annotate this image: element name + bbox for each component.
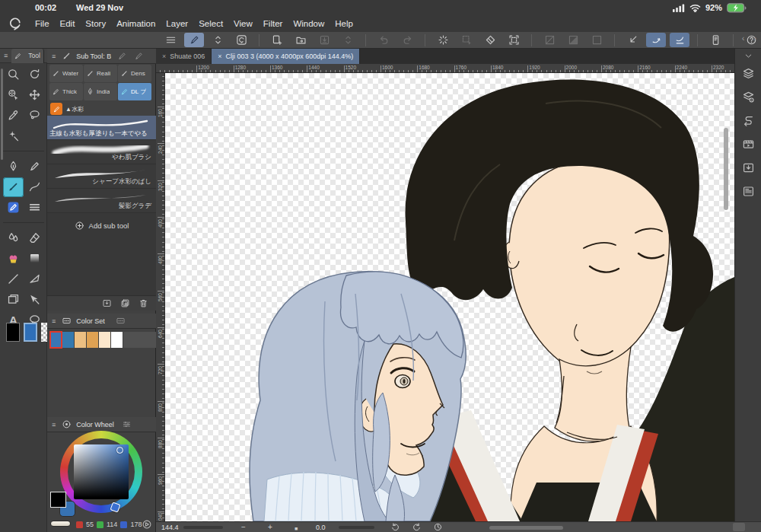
clip-studio-logo-icon[interactable] xyxy=(9,18,22,30)
reset-view-icon[interactable] xyxy=(433,522,443,532)
pen-tab-icon[interactable] xyxy=(117,51,127,61)
menu-help[interactable]: Help xyxy=(335,19,353,28)
menu-layer[interactable]: Layer xyxy=(166,19,188,28)
rotate-left-icon[interactable] xyxy=(390,522,400,532)
import-palette-icon[interactable] xyxy=(742,161,755,174)
selection-border-button[interactable] xyxy=(587,33,607,47)
rotate-right-icon[interactable] xyxy=(412,522,422,532)
canvas[interactable] xyxy=(165,73,734,521)
eraser-tool[interactable] xyxy=(24,228,45,248)
marker-tool[interactable] xyxy=(3,198,24,218)
panel-menu-icon[interactable]: ≡ xyxy=(52,53,56,60)
camera-path-palette-icon[interactable] xyxy=(742,114,755,127)
move-tool[interactable] xyxy=(24,85,45,105)
add-sub-tool-button[interactable]: Add sub tool xyxy=(47,218,156,233)
import-icon[interactable] xyxy=(102,298,112,308)
object-tool[interactable] xyxy=(3,85,24,105)
panel-menu-icon[interactable]: ≡ xyxy=(52,421,56,428)
gradient-tool[interactable] xyxy=(24,249,45,269)
color-wheel-tab-icon[interactable] xyxy=(62,419,72,429)
main-color-swatch[interactable] xyxy=(6,323,20,342)
line-tool[interactable] xyxy=(3,269,24,289)
rotation-slider[interactable] xyxy=(339,526,374,529)
eraser-mode-button[interactable] xyxy=(480,33,500,47)
color-swatch[interactable] xyxy=(111,332,123,348)
pen-tab-icon[interactable] xyxy=(134,51,144,61)
brush-item[interactable]: 主線も水彩も厚塗りも一本でやる xyxy=(47,116,156,140)
brush-item[interactable]: シャープ水彩のばし xyxy=(47,164,156,189)
tool-palette-tab[interactable]: Tool xyxy=(11,49,44,63)
command-bar-scroll[interactable]: ‹ › xyxy=(742,33,756,43)
decoration-tool[interactable] xyxy=(3,249,24,269)
sub-tool-header[interactable]: ≡ Sub Tool: B xyxy=(47,49,156,64)
zoom-out-button[interactable]: − xyxy=(241,523,246,532)
trash-icon[interactable] xyxy=(139,298,148,308)
menu-window[interactable]: Window xyxy=(293,19,324,28)
menu-view[interactable]: View xyxy=(234,19,253,28)
zoom-tool[interactable] xyxy=(3,65,24,84)
brush-item[interactable]: 髪影グラデ xyxy=(47,189,156,213)
invert-selection-button[interactable] xyxy=(563,33,583,47)
touch-gesture-one-button[interactable] xyxy=(646,33,666,47)
scroll-right-icon[interactable]: › xyxy=(753,33,756,43)
subtool-realistic[interactable]: Reali xyxy=(84,65,117,82)
color-set-header[interactable]: ≡ Color Set xyxy=(47,314,156,329)
chevron-down-icon[interactable] xyxy=(743,51,753,61)
secondary-color-chip[interactable] xyxy=(50,492,66,508)
subtool-dl-brush[interactable]: DL ブ xyxy=(118,83,151,100)
zoom-slider[interactable] xyxy=(183,526,223,529)
color-sliders-tab-icon[interactable] xyxy=(122,419,132,429)
subtool-dense[interactable]: Dens xyxy=(118,65,151,82)
sub-tool-group-watercolor[interactable]: ▲水彩 xyxy=(50,102,84,116)
canvas-scrollbar[interactable] xyxy=(724,128,728,210)
panel-menu-icon[interactable]: ≡ xyxy=(4,52,8,59)
change-canvas-size-button[interactable] xyxy=(504,33,524,47)
mode-switcher-button[interactable] xyxy=(208,33,228,47)
menu-filter[interactable]: Filter xyxy=(263,19,283,28)
touch-gesture-two-button[interactable] xyxy=(670,33,689,47)
menu-edit[interactable]: Edit xyxy=(60,19,75,28)
scroll-left-icon[interactable]: ‹ xyxy=(742,33,745,43)
brush-tool[interactable] xyxy=(3,177,24,197)
refresh-button[interactable] xyxy=(433,33,453,47)
pencil-tool[interactable] xyxy=(24,157,45,177)
fit-screen-button[interactable]: ■ xyxy=(295,524,298,532)
save-options-button[interactable] xyxy=(338,33,358,47)
menu-animation[interactable]: Animation xyxy=(116,19,155,28)
new-file-button[interactable] xyxy=(267,33,287,47)
sub-color-swatch[interactable] xyxy=(24,323,37,342)
eyedropper-tool[interactable] xyxy=(3,106,24,126)
polyline-tool[interactable] xyxy=(24,269,45,289)
snap-settings-button[interactable] xyxy=(622,33,642,47)
figure-lines-tool[interactable] xyxy=(24,198,45,218)
close-icon[interactable]: × xyxy=(162,53,166,60)
frame-border-tool[interactable] xyxy=(3,290,24,310)
menu-select[interactable]: Select xyxy=(199,19,223,28)
tool-palette-header[interactable]: ≡ Tool xyxy=(0,49,47,63)
subtool-watercolor[interactable]: Water xyxy=(49,65,83,82)
color-mode-toggle-icon[interactable] xyxy=(142,519,152,530)
color-swatch[interactable] xyxy=(75,332,86,348)
subtool-india-ink[interactable]: India xyxy=(84,83,117,100)
auto-select-tool[interactable] xyxy=(3,126,24,146)
pen-tool[interactable] xyxy=(3,157,24,177)
transparent-color-swatch[interactable] xyxy=(41,323,47,342)
layer-palette-icon[interactable] xyxy=(742,67,755,80)
color-swatch[interactable] xyxy=(62,332,74,348)
rotate-canvas-tool[interactable] xyxy=(24,65,45,84)
brush-item[interactable]: やわ肌ブラシ xyxy=(47,140,156,164)
close-icon[interactable]: × xyxy=(218,53,221,60)
home-indicator[interactable] xyxy=(489,526,563,530)
panel-menu-icon[interactable]: ≡ xyxy=(52,317,56,325)
sv-selector[interactable] xyxy=(116,447,123,454)
color-wheel-header[interactable]: ≡ Color Wheel xyxy=(47,417,156,432)
selection-launcher-button[interactable] xyxy=(457,33,476,47)
clip-studio-home-button[interactable] xyxy=(231,33,251,47)
color-swatch[interactable] xyxy=(87,332,98,348)
color-set-tab-icon[interactable] xyxy=(62,316,72,326)
selection-tool[interactable] xyxy=(24,106,45,126)
duplicate-icon[interactable] xyxy=(120,298,130,308)
redo-button[interactable] xyxy=(397,33,417,47)
document-tab-active[interactable]: ×Clji 003 3 (4000 x 4000px 600dpi 144.4%… xyxy=(212,49,360,64)
menu-story[interactable]: Story xyxy=(85,19,106,28)
